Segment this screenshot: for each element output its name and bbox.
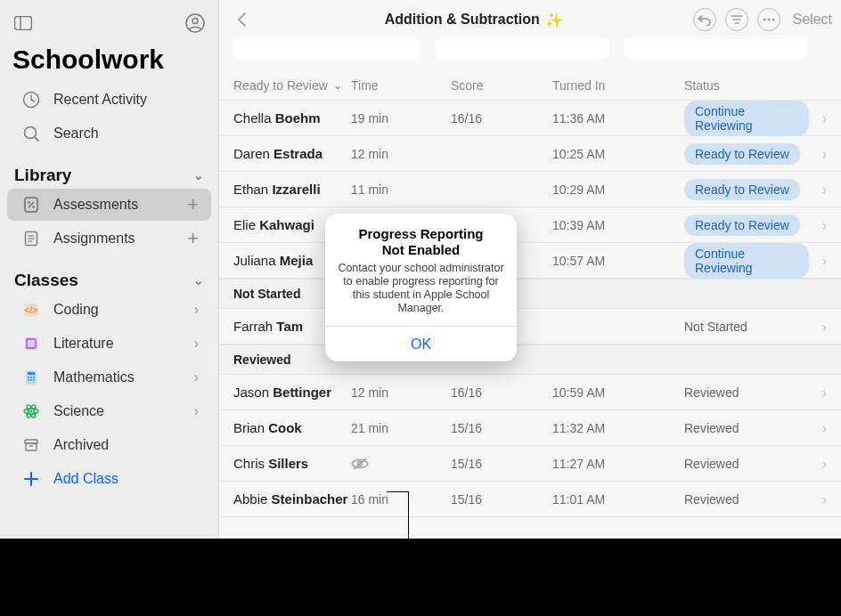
sidebar-item-label: Assessments [53,197,138,213]
svg-point-9 [28,201,29,203]
cell-time: 12 min [351,385,451,400]
table-row[interactable]: Abbie Steinbacher16 min15/1611:01 AMRevi… [219,482,841,517]
column-header-turnedin[interactable]: Turned In [552,78,684,93]
svg-point-39 [763,19,765,21]
sidebar-item-label: Add Class [53,471,118,487]
cell-score: 15/16 [451,457,552,471]
table-row[interactable]: Farrah TamNot Started› [219,309,841,344]
app-window: Schoolwork Recent Activity Search Librar… [0,0,841,539]
page-title: Addition & Subtraction ✨ [264,12,684,28]
search-icon [20,122,43,145]
column-header-status[interactable]: Status [684,78,809,93]
sidebar-item-science[interactable]: Science › [7,395,211,427]
column-header-name[interactable]: Ready to Review ⌄ [233,78,351,93]
select-button[interactable]: Select [789,12,832,28]
sidebar-item-recent[interactable]: Recent Activity [7,84,211,116]
book-icon [20,332,43,355]
svg-point-40 [767,19,770,21]
plus-icon[interactable]: + [187,227,199,250]
svg-point-41 [772,19,774,21]
cell-status[interactable]: Ready to Review [684,143,809,165]
status-pill[interactable]: Ready to Review [684,143,800,165]
undo-icon[interactable] [693,8,716,31]
chevron-down-icon: ⌄ [333,79,342,92]
cell-name: Farrah Tam [233,319,351,334]
table-row[interactable]: Chella Boehm19 min16/1611:36 AMContinue … [219,101,841,136]
cell-turned-in: 10:39 AM [552,218,684,232]
table: Ready to Review ⌄ Time Score Turned In S… [219,73,841,539]
cell-turned-in: 11:27 AM [552,457,684,471]
table-row[interactable]: Jason Bettinger12 min16/1610:59 AMReview… [219,375,841,410]
svg-point-26 [33,379,35,381]
svg-point-30 [30,410,33,413]
app-title: Schoolwork [0,39,218,84]
clock-icon [20,88,43,111]
cell-turned-in: 10:57 AM [552,254,684,268]
cell-score: 15/16 [451,421,552,435]
sidebar-item-coding[interactable]: </> Coding › [7,294,211,326]
cell-name: Daren Estrada [233,146,351,161]
cell-status[interactable]: Continue Reviewing [684,243,809,279]
table-row[interactable]: Ethan Izzarelli11 min10:29 AMReady to Re… [219,172,841,207]
cell-turned-in: 11:01 AM [552,492,684,507]
svg-point-3 [192,19,198,24]
chevron-down-icon: ⌄ [193,168,204,182]
cell-status[interactable]: Ready to Review [684,215,809,236]
sidebar-item-label: Search [53,126,99,142]
sidebar-section-classes[interactable]: Classes ⌄ [0,256,218,294]
sidebar-item-search[interactable]: Search [7,118,211,150]
status-pill[interactable]: Continue Reviewing [684,243,809,279]
sparkle-icon: ✨ [545,12,563,28]
cell-name: Ethan Izzarelli [233,182,351,197]
table-row[interactable]: Juliana Mejia10:57 AMContinue Reviewing› [219,243,841,279]
chevron-right-icon: › [809,491,827,507]
summary-cards: To Review Turned In Avg. Score Avg. Time… [219,39,841,73]
status-pill[interactable]: Continue Reviewing [684,101,809,136]
more-icon[interactable] [757,8,780,31]
status-pill[interactable]: Ready to Review [684,215,800,236]
chevron-right-icon: › [809,319,827,334]
sidebar-item-archived[interactable]: Archived [7,429,211,461]
sidebar-item-mathematics[interactable]: Mathematics › [7,361,211,393]
chevron-right-icon: › [809,385,827,400]
sidebar-item-assignments[interactable]: Assignments + [7,223,211,255]
table-row[interactable]: Elie Kahwagi10:39 AMReady to Review› [219,207,841,243]
svg-line-6 [35,137,38,141]
chevron-right-icon: › [809,182,827,197]
title-text: Addition & Subtraction [385,12,540,28]
sidebar-item-label: Literature [53,336,114,352]
column-header-score[interactable]: Score [451,78,552,93]
chevron-right-icon: › [809,253,827,268]
table-row[interactable]: Daren Estrada12 min10:25 AMReady to Revi… [219,136,841,172]
cell-name: Chris Sillers [233,456,351,471]
cell-time [351,458,451,470]
sidebar-item-label: Mathematics [53,369,135,385]
table-row[interactable]: Brian Cook21 min15/1611:32 AMReviewed› [219,410,841,446]
filter-icon[interactable] [725,8,748,31]
chevron-right-icon: › [194,336,199,352]
sidebar-item-label: Archived [53,437,109,453]
svg-rect-20 [28,372,35,375]
back-button[interactable] [228,6,255,33]
svg-point-22 [30,377,32,378]
cell-status[interactable]: Ready to Review [684,179,809,200]
cell-name: Juliana Mejia [233,253,351,268]
cell-status[interactable]: Continue Reviewing [684,101,809,136]
column-header-time[interactable]: Time [351,78,451,93]
svg-text:</>: </> [25,305,38,315]
sidebar-item-literature[interactable]: Literature › [7,328,211,360]
plus-icon[interactable]: + [187,193,199,216]
sidebar-section-library[interactable]: Library ⌄ [0,151,218,189]
sidebar-add-class[interactable]: Add Class [7,463,211,495]
cell-score: 16/16 [451,385,552,400]
table-header: Ready to Review ⌄ Time Score Turned In S… [219,73,841,101]
cell-time: 19 min [351,111,451,126]
status-pill[interactable]: Ready to Review [684,179,800,200]
svg-point-23 [33,377,35,378]
card-review-turnedin: To Review Turned In [233,39,420,61]
cell-name: Abbie Steinbacher [233,491,351,507]
profile-icon[interactable] [183,11,208,36]
table-row[interactable]: Chris Sillers15/1611:27 AMReviewed› [219,446,841,482]
sidebar-toggle-icon[interactable] [11,11,36,36]
sidebar-item-assessments[interactable]: Assessments + [7,189,211,221]
